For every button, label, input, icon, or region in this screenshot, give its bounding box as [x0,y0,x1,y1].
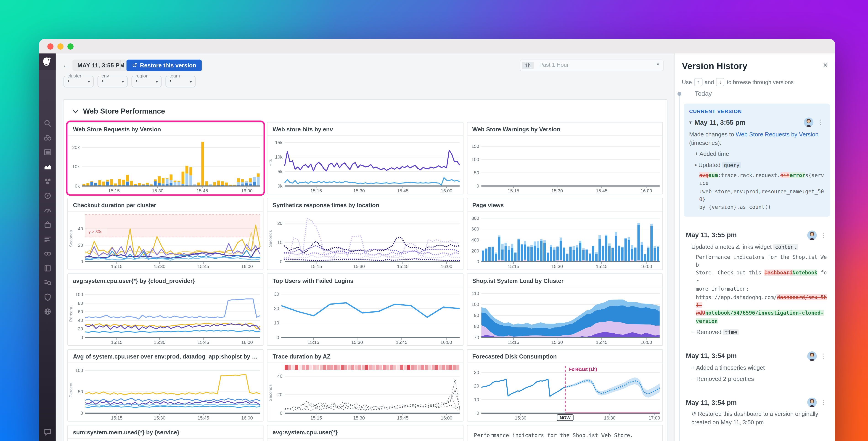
datadog-logo[interactable] [39,54,56,70]
widget-warnings-by-version[interactable]: Web Store Warnings by Version05010015015… [467,122,663,195]
collapse-caret-icon[interactable]: ▾ [689,119,692,125]
widget-checkout-duration[interactable]: Checkout duration per cluster02040Second… [67,198,264,270]
widget-title: Avg of system.cpu.user over env:prod, da… [68,350,263,363]
dashboards-icon[interactable] [43,148,52,156]
restore-version-button[interactable]: ↺Restore this version [127,60,202,71]
chart-area: 020406080100Percent15:1515:3015:4516:00 [68,287,263,345]
watchdog-icon[interactable] [43,134,52,142]
svg-text:15:15: 15:15 [111,415,123,420]
search-icon[interactable] [43,119,52,128]
app-window: ? ← MAY 11, 3:55 PM ↺Restore this versio… [39,39,835,441]
user-avatar[interactable] [807,351,816,360]
version-entry-1[interactable]: May 11, 3:55 pm⋮Updated a notes & links … [684,229,830,337]
kebab-menu-icon[interactable]: ⋮ [816,119,825,126]
user-avatar[interactable] [807,231,816,240]
chart-area: 70809010011015:1515:3015:4516:00 [467,287,662,345]
back-arrow-icon[interactable]: ← [62,60,70,69]
widget-link[interactable]: Web Store Requests by Version [736,131,819,138]
chat-icon[interactable] [43,428,52,436]
widget-cpu-user[interactable]: avg:system.cpu.user{*} [267,425,463,441]
version-entry-0[interactable]: CURRENT VERSION▾May 11, 3:55 pm⋮Made cha… [684,104,830,216]
version-entry-3[interactable]: May 11, 3:54 pm⋮↺ Restored this dashboar… [684,397,830,428]
close-panel-icon[interactable]: × [823,60,828,69]
time-range-chip: 1h [522,62,533,69]
logs-icon[interactable] [43,235,52,243]
svg-text:10: 10 [474,397,479,402]
widget-trace-duration-by-az[interactable]: Trace duration by AZ02040Seconds15:1515:… [267,349,463,421]
svg-text:Hits: Hits [268,159,273,167]
version-entry-2[interactable]: May 11, 3:54 pm⋮+ Added a timeseries wid… [684,350,830,384]
widget-notes-widget[interactable]: Performance indicators for the Shop.ist … [467,425,663,441]
filter-team[interactable]: team*▼ [165,76,195,87]
svg-text:16:00: 16:00 [640,188,652,193]
kebab-menu-icon[interactable]: ⋮ [819,232,828,239]
network-icon[interactable] [43,307,52,316]
version-timestamp: May 11, 3:55 pm [694,118,801,126]
svg-text:16:00: 16:00 [241,415,253,420]
user-avatar[interactable] [804,117,813,127]
widget-group-header[interactable]: Web Store Performance [63,99,667,122]
minimize-window-icon[interactable] [57,43,63,50]
svg-text:Forecast (1h): Forecast (1h) [569,367,597,372]
widget-title: avg:system.cpu.user{*} [268,425,463,439]
close-window-icon[interactable] [47,43,54,50]
widget-page-views[interactable]: Page views020040060080015:1515:3015:4516… [467,198,663,270]
monitors-icon[interactable] [43,206,52,214]
kebab-menu-icon[interactable]: ⋮ [819,399,828,406]
svg-text:0: 0 [476,411,479,416]
widget-synthetics-by-location[interactable]: Synthetics response times by location010… [267,198,463,270]
time-range-selector[interactable]: 1h Past 1 Hour ▾ [520,60,663,71]
macos-titlebar [39,39,835,54]
widget-hits-by-env[interactable]: Web store hits by env0k5k10k15kHits15:15… [267,122,463,195]
chevron-down-icon: ▼ [121,80,125,83]
chart-area [68,439,263,441]
kebab-menu-icon[interactable]: ⋮ [819,352,828,360]
svg-text:150: 150 [471,144,479,149]
svg-text:0: 0 [476,259,479,264]
svg-text:15:45: 15:45 [397,188,409,193]
left-nav-sidebar: ? [39,54,56,441]
chart-area: 0k10k20k15:1515:3015:4516:00 [68,136,263,194]
svg-text:0k: 0k [75,183,80,188]
chevron-down-icon: ▼ [155,80,159,83]
log-explorer-icon[interactable] [43,278,52,287]
widget-mem-by-service[interactable]: sum:system.mem.used{*} by {service} [67,425,264,441]
svg-text:80: 80 [474,324,479,329]
svg-text:0: 0 [476,183,479,188]
widget-requests-by-version[interactable]: Web Store Requests by Version0k10k20k15:… [67,122,264,195]
svg-text:Seconds: Seconds [268,384,273,401]
filter-cluster[interactable]: cluster*▼ [63,76,94,87]
chart-area: 0102030Forecast (1h)15:3016:0016:3017:00… [467,363,662,421]
version-timestamp: May 11, 3:55 pm [686,231,805,239]
svg-text:15:30: 15:30 [353,188,365,193]
widget-cpu-by-provider[interactable]: avg:system.cpu.user{*} by {cloud_provide… [67,273,264,346]
text-segment: + Added time [694,151,729,157]
widget-failed-logins[interactable]: Top Users with Failed Logins010203015:15… [267,273,463,346]
chart-area: 010203015:1515:3015:4516:00 [268,287,463,345]
widget-system-load[interactable]: Shop.ist System Load by Cluster708090100… [467,273,663,346]
user-avatar[interactable] [807,398,816,407]
widget-cpu-over-prod[interactable]: Avg of system.cpu.user over env:prod, da… [67,349,264,421]
ci-icon[interactable] [43,249,52,258]
integrations-icon[interactable] [43,220,52,229]
zoom-window-icon[interactable] [67,43,73,50]
svg-text:15:15: 15:15 [507,188,519,193]
security-icon[interactable] [43,293,52,301]
hostmap-icon[interactable] [43,177,52,185]
svg-text:15:45: 15:45 [196,188,208,193]
time-range-label: Past 1 Hour [539,62,569,68]
chevron-down-icon: ▼ [87,80,91,83]
chart-area: 05010015015:1515:3015:4516:00 [467,136,662,194]
svg-text:10k: 10k [72,164,80,169]
filter-env[interactable]: env*▼ [97,76,128,87]
apm-icon[interactable] [43,192,52,200]
widget-forecasted-disk[interactable]: Forecasted Disk Consumption0102030Foreca… [467,349,663,421]
svg-text:15:30: 15:30 [551,340,563,345]
svg-text:20k: 20k [72,145,80,150]
metrics-icon[interactable] [43,163,52,171]
svg-text:17:00: 17:00 [648,415,660,420]
notebooks-icon[interactable] [43,264,52,272]
svg-text:5k: 5k [278,169,283,174]
filter-region[interactable]: region*▼ [131,76,162,87]
svg-text:20: 20 [274,306,279,311]
